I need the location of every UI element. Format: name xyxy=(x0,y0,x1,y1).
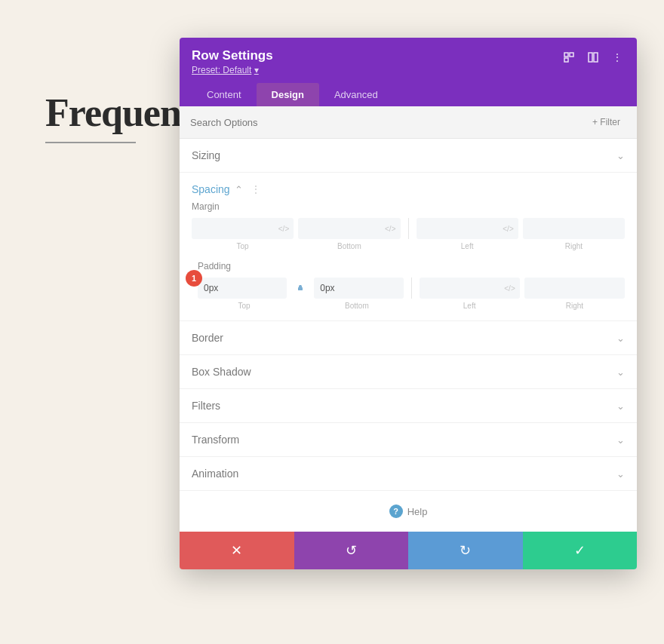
undo-button[interactable]: ↺ xyxy=(294,532,409,569)
margin-left-code-icon: </> xyxy=(503,225,513,233)
sizing-section[interactable]: Sizing ⌄ xyxy=(180,139,637,173)
modal-body: Sizing ⌄ Spacing ⌃ ⋮ Margin </> xyxy=(180,139,637,532)
spacing-section: Spacing ⌃ ⋮ Margin </> </> xyxy=(180,173,637,321)
padding-top-bottom-pair xyxy=(198,278,404,299)
svg-rect-1 xyxy=(570,53,573,57)
margin-right-label: Right xyxy=(523,242,625,250)
margin-left-right-pair: </> xyxy=(417,218,626,239)
margin-bottom-code-icon: </> xyxy=(385,225,395,233)
animation-chevron-icon: ⌄ xyxy=(616,468,625,480)
modal-subtitle: Preset: Default ▾ xyxy=(192,65,273,75)
modal-footer: ✕ ↺ ↻ ✓ xyxy=(180,532,637,569)
border-section[interactable]: Border ⌄ xyxy=(180,321,637,355)
cancel-button[interactable]: ✕ xyxy=(180,532,294,569)
help-label[interactable]: Help xyxy=(407,506,428,517)
margin-top-code-icon: </> xyxy=(278,225,289,233)
margin-top-label: Top xyxy=(192,242,294,250)
tab-advanced[interactable]: Advanced xyxy=(319,83,393,106)
margin-bottom-wrap: </> xyxy=(298,218,400,239)
transform-chevron-icon: ⌄ xyxy=(616,434,625,446)
svg-rect-4 xyxy=(594,53,598,62)
margin-input-row: </> </> </> xyxy=(192,218,625,239)
padding-right-label: Right xyxy=(524,302,625,310)
preset-arrow[interactable]: ▾ xyxy=(254,65,259,75)
svg-rect-2 xyxy=(564,58,568,62)
padding-left-wrap: </> xyxy=(420,278,520,299)
padding-left-label: Left xyxy=(420,302,520,310)
modal-title-group: Row Settings Preset: Default ▾ xyxy=(192,48,273,75)
header-icons-group: ⋮ xyxy=(561,48,625,65)
margin-labels: Top Bottom Left Right xyxy=(192,242,625,250)
modal-tabs: Content Design Advanced xyxy=(192,83,625,106)
modal-header: Row Settings Preset: Default ▾ xyxy=(180,38,637,106)
margin-divider xyxy=(408,218,409,239)
filter-button[interactable]: + Filter xyxy=(586,114,626,130)
box-shadow-chevron-icon: ⌄ xyxy=(616,366,625,378)
tab-design[interactable]: Design xyxy=(257,83,319,106)
svg-rect-5 xyxy=(298,287,303,290)
padding-bottom-input[interactable] xyxy=(314,278,403,299)
preset-link[interactable]: Preset: Default xyxy=(192,65,251,75)
padding-section-label: Padding xyxy=(198,261,625,271)
padding-right-wrap xyxy=(524,278,625,299)
padding-bottom-label: Bottom xyxy=(310,302,403,310)
modal-title: Row Settings xyxy=(192,48,273,63)
tab-content[interactable]: Content xyxy=(192,83,257,106)
padding-top-wrap xyxy=(198,278,287,299)
margin-top-wrap: </> xyxy=(192,218,294,239)
filters-chevron-icon: ⌄ xyxy=(616,400,625,412)
box-shadow-label: Box Shadow xyxy=(192,366,251,378)
svg-rect-3 xyxy=(589,53,592,62)
animation-section[interactable]: Animation ⌄ xyxy=(180,457,637,491)
save-button[interactable]: ✓ xyxy=(523,532,638,569)
padding-right-input[interactable] xyxy=(524,278,625,299)
more-options-icon[interactable]: ⋮ xyxy=(610,50,625,65)
margin-left-label: Left xyxy=(417,242,518,250)
padding-labels: Top Bottom Left Right xyxy=(198,302,625,310)
svg-rect-0 xyxy=(564,53,568,57)
padding-divider xyxy=(411,278,412,299)
padding-group: 1 Padding xyxy=(180,261,637,320)
margin-right-wrap xyxy=(523,218,625,239)
padding-bottom-wrap xyxy=(314,278,403,299)
padding-badge: 1 xyxy=(186,270,202,287)
filters-section[interactable]: Filters ⌄ xyxy=(180,389,637,423)
page-heading: Frequen xyxy=(45,90,181,135)
spacing-chevron-icon: ⌃ xyxy=(235,184,243,195)
spacing-more-icon[interactable]: ⋮ xyxy=(251,183,261,195)
padding-input-row: </> xyxy=(198,278,625,299)
margin-bottom-label: Bottom xyxy=(298,242,400,250)
padding-link-icon[interactable] xyxy=(291,278,309,299)
spacing-label: Spacing xyxy=(192,183,230,195)
margin-group: Margin </> </> xyxy=(180,201,637,261)
animation-label: Animation xyxy=(192,468,238,480)
sizing-chevron-icon: ⌄ xyxy=(616,150,625,161)
transform-section[interactable]: Transform ⌄ xyxy=(180,423,637,457)
border-label: Border xyxy=(192,332,223,344)
row-settings-modal: Row Settings Preset: Default ▾ xyxy=(180,38,637,569)
help-icon[interactable]: ? xyxy=(389,504,403,518)
margin-top-bottom-pair: </> </> xyxy=(192,218,401,239)
spacing-header[interactable]: Spacing ⌃ ⋮ xyxy=(180,173,637,201)
padding-left-right-pair: </> xyxy=(420,278,626,299)
margin-right-input[interactable] xyxy=(523,218,625,239)
sizing-label: Sizing xyxy=(192,149,220,161)
split-icon[interactable] xyxy=(586,50,601,65)
margin-section-label: Margin xyxy=(192,201,625,212)
padding-top-input[interactable] xyxy=(198,278,287,299)
help-row: ? Help xyxy=(180,491,637,532)
filters-label: Filters xyxy=(192,400,220,412)
transform-label: Transform xyxy=(192,434,239,446)
redo-button[interactable]: ↻ xyxy=(408,532,523,569)
expand-icon[interactable] xyxy=(561,50,576,65)
padding-left-code-icon: </> xyxy=(504,284,515,293)
box-shadow-section[interactable]: Box Shadow ⌄ xyxy=(180,355,637,389)
search-bar: + Filter xyxy=(180,106,637,139)
page-divider xyxy=(45,142,136,143)
margin-left-wrap: </> xyxy=(417,218,518,239)
spacing-header-row: Spacing ⌃ ⋮ xyxy=(192,183,261,195)
search-input[interactable] xyxy=(190,117,586,128)
padding-top-label: Top xyxy=(198,302,290,310)
border-chevron-icon: ⌄ xyxy=(616,333,625,344)
